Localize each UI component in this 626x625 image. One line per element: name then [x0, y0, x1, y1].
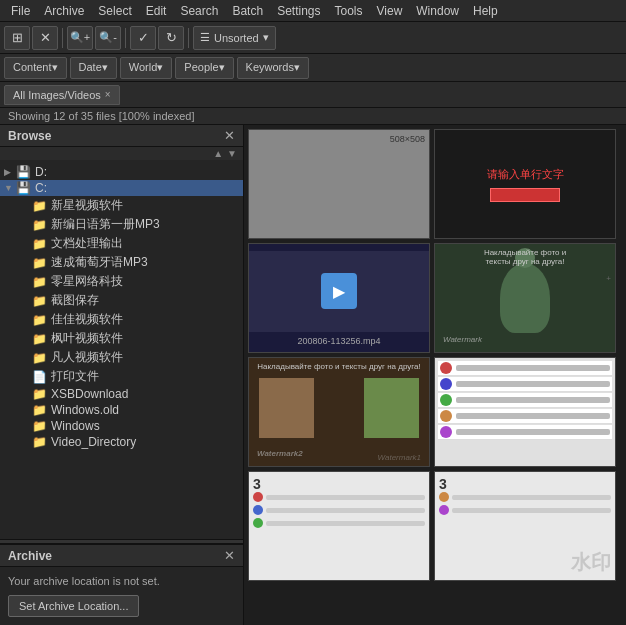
menu-batch[interactable]: Batch: [225, 2, 270, 20]
archive-panel-close-button[interactable]: ✕: [224, 548, 235, 563]
sort-label: Unsorted: [214, 32, 259, 44]
plus-icon-1: +: [606, 274, 611, 283]
tree-item-label: 佳佳视频软件: [51, 311, 123, 328]
num1-text-1: [266, 495, 425, 500]
thumb-list-bg: [435, 358, 615, 466]
toolbar: ⊞ ✕ 🔍+ 🔍- ✓ ↻ ☰ Unsorted ▾: [0, 22, 626, 54]
browse-panel-close-button[interactable]: ✕: [224, 128, 235, 143]
watermark-text-overlay: Watermark: [443, 335, 482, 344]
row-text-1: [456, 365, 610, 371]
zoom-in-button[interactable]: 🔍+: [67, 26, 93, 50]
content-filter-button[interactable]: Content▾: [4, 57, 67, 79]
num1-avatar-1: [253, 492, 263, 502]
thumbnail-3[interactable]: ▶ 200806-113256.mp4: [248, 243, 430, 353]
thumbnail-area[interactable]: 508×508 请输入单行文字 ▶ 200806-113256.mp4: [244, 125, 626, 625]
thumbnail-5[interactable]: Накладывайте фото и тексты друг на друга…: [248, 357, 430, 467]
cross-select-button[interactable]: ✕: [32, 26, 58, 50]
check-button[interactable]: ✓: [130, 26, 156, 50]
num2-row-2: [439, 505, 611, 515]
refresh-button[interactable]: ↻: [158, 26, 184, 50]
sort-dropdown[interactable]: ☰ Unsorted ▾: [193, 26, 276, 50]
keywords-filter-label: Keywords▾: [246, 61, 300, 74]
thumb-num-2-bg: 3 水印: [435, 472, 615, 580]
tree-folder-icon: 📁: [32, 419, 48, 433]
menu-file[interactable]: File: [4, 2, 37, 20]
tree-item[interactable]: 📁枫叶视频软件: [0, 329, 243, 348]
file-tree[interactable]: ▶💾D:▼💾C:📁新星视频软件📁新编日语第一册MP3📁文档处理输出📁速成葡萄牙语…: [0, 160, 243, 539]
tree-folder-icon: 📁: [32, 256, 48, 270]
menu-view[interactable]: View: [370, 2, 410, 20]
archive-panel: Archive ✕ Your archive location is not s…: [0, 544, 243, 625]
main-content: Browse ✕ ▲ ▼ ▶💾D:▼💾C:📁新星视频软件📁新编日语第一册MP3📁…: [0, 125, 626, 625]
date-filter-button[interactable]: Date▾: [70, 57, 117, 79]
tree-folder-icon: 📁: [32, 351, 48, 365]
menu-edit[interactable]: Edit: [139, 2, 174, 20]
menu-select[interactable]: Select: [91, 2, 138, 20]
thumb-cn-text: 请输入单行文字: [487, 167, 564, 182]
tree-item-label: 新编日语第一册MP3: [51, 216, 160, 233]
video-filename: 200806-113256.mp4: [297, 336, 380, 346]
thumbnail-7[interactable]: 3: [248, 471, 430, 581]
num2-avatar-2: [439, 505, 449, 515]
browse-panel-title: Browse: [8, 129, 51, 143]
tree-item[interactable]: 📁截图保存: [0, 291, 243, 310]
archive-body: Your archive location is not set. Set Ar…: [0, 567, 243, 625]
thumbnail-8[interactable]: 3 水印: [434, 471, 616, 581]
tabbar: All Images/Videos ×: [0, 82, 626, 108]
thumbnail-1[interactable]: 508×508: [248, 129, 430, 239]
tree-item-label: 零星网络科技: [51, 273, 123, 290]
thumb-video-preview: ▶: [249, 251, 429, 332]
num1-avatar-2: [253, 505, 263, 515]
tree-item[interactable]: 📁凡人视频软件: [0, 348, 243, 367]
scroll-down-button[interactable]: ▼: [225, 148, 239, 159]
menu-window[interactable]: Window: [409, 2, 466, 20]
zoom-out-button[interactable]: 🔍-: [95, 26, 121, 50]
tree-item[interactable]: 📁Video_Directory: [0, 434, 243, 450]
scroll-up-button[interactable]: ▲: [211, 148, 225, 159]
tab-close-button[interactable]: ×: [105, 89, 111, 100]
menu-archive[interactable]: Archive: [37, 2, 91, 20]
num1-text-3: [266, 521, 425, 526]
menu-settings[interactable]: Settings: [270, 2, 327, 20]
menu-help[interactable]: Help: [466, 2, 505, 20]
tree-item[interactable]: 📁文档处理输出: [0, 234, 243, 253]
tree-item[interactable]: 📁速成葡萄牙语MP3: [0, 253, 243, 272]
set-archive-location-button[interactable]: Set Archive Location...: [8, 595, 139, 617]
tree-item-label: XSBDownload: [51, 387, 128, 401]
thumb-num-2-content: [439, 492, 611, 515]
tree-item[interactable]: 📁XSBDownload: [0, 386, 243, 402]
list-row-1: [438, 361, 612, 376]
tree-item[interactable]: 📄打印文件: [0, 367, 243, 386]
people-filter-button[interactable]: People▾: [175, 57, 233, 79]
tree-item-label: Windows.old: [51, 403, 119, 417]
tree-folder-icon: 📁: [32, 403, 48, 417]
grid-view-button[interactable]: ⊞: [4, 26, 30, 50]
tree-item-label: 打印文件: [51, 368, 99, 385]
tree-folder-icon: 📁: [32, 294, 48, 308]
thumb-wm-overlay-bg: Watermark Накладывайте фото и тексты дру…: [435, 244, 615, 352]
thumbnail-4[interactable]: Watermark Накладывайте фото и тексты дру…: [434, 243, 616, 353]
overlay-instruction-text: Накладывайте фото и тексты друг на друга…: [480, 248, 570, 266]
menu-tools[interactable]: Tools: [327, 2, 369, 20]
keywords-filter-button[interactable]: Keywords▾: [237, 57, 309, 79]
person-silhouette: [500, 263, 550, 333]
tree-item[interactable]: ▶💾D:: [0, 164, 243, 180]
tree-item[interactable]: 📁Windows.old: [0, 402, 243, 418]
tree-item-label: 新星视频软件: [51, 197, 123, 214]
all-images-videos-tab[interactable]: All Images/Videos ×: [4, 85, 120, 105]
num2-text-2: [452, 508, 611, 513]
world-filter-button[interactable]: World▾: [120, 57, 173, 79]
tree-item[interactable]: 📁新星视频软件: [0, 196, 243, 215]
archive-panel-title: Archive: [8, 549, 52, 563]
menu-search[interactable]: Search: [173, 2, 225, 20]
thumbnail-2[interactable]: 请输入单行文字: [434, 129, 616, 239]
list-row-3: [438, 393, 612, 408]
tree-item[interactable]: 📁零星网络科技: [0, 272, 243, 291]
thumb-wm2-bg: Накладывайте фото и тексты друг на друга…: [249, 358, 429, 466]
tree-item[interactable]: ▼💾C:: [0, 180, 243, 196]
tree-item[interactable]: 📁新编日语第一册MP3: [0, 215, 243, 234]
tree-item[interactable]: 📁佳佳视频软件: [0, 310, 243, 329]
tree-item[interactable]: 📁Windows: [0, 418, 243, 434]
thumb-num-1-content: [253, 492, 425, 528]
thumbnail-6[interactable]: [434, 357, 616, 467]
